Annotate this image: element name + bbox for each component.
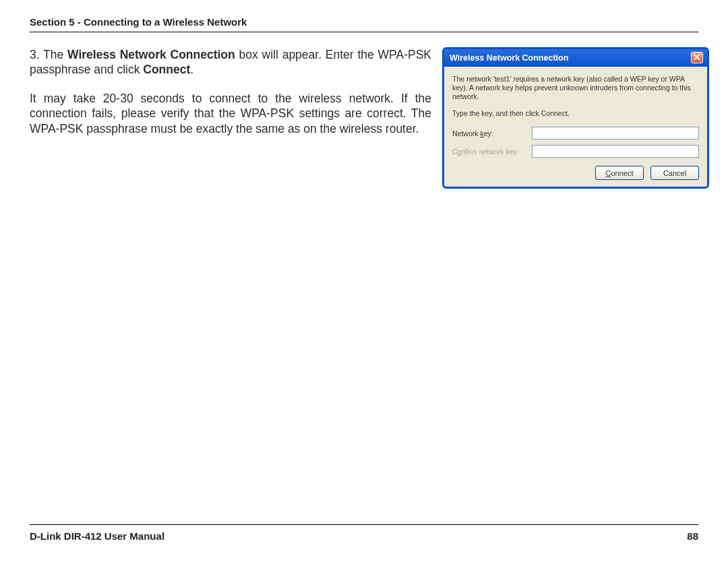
step-bold-2: Connect [143,63,190,76]
dialog-button-row: Connect Cancel [452,166,699,180]
step-text-3: . [190,63,193,76]
close-button[interactable] [691,52,703,63]
step-text-1: The [43,48,67,61]
dialog-titlebar[interactable]: Wireless Network Connection [444,49,707,67]
connection-note-paragraph: It may take 20-30 seconds to connect to … [30,91,431,136]
content-row: 3. The Wireless Network Connection box w… [30,47,698,189]
instruction-text-column: 3. The Wireless Network Connection box w… [30,47,431,189]
step-bold-1: Wireless Network Connection [67,48,235,61]
cancel-button[interactable]: Cancel [650,166,699,180]
network-key-label: Network key: [452,129,532,137]
wireless-connection-dialog: Wireless Network Connection The network … [442,47,709,189]
dialog-column: Wireless Network Connection The network … [442,47,709,189]
connect-button[interactable]: Connect [595,166,644,180]
section-header: Section 5 - Connecting to a Wireless Net… [30,16,698,32]
step-3-paragraph: 3. The Wireless Network Connection box w… [30,47,431,77]
network-key-row: Network key: [452,127,699,139]
section-label: Section 5 - Connecting to a Wireless Net… [30,16,247,28]
page-number: 88 [687,530,698,542]
dialog-description: The network 'test1' requires a network k… [452,75,699,101]
dialog-instruction: Type the key, and then click Connect. [452,109,699,117]
close-icon [694,53,700,63]
page-footer: D-Link DIR-412 User Manual 88 [30,524,698,542]
confirm-key-row: Confirm network key: [452,145,699,158]
manual-title: D-Link DIR-412 User Manual [30,530,164,542]
confirm-key-label: Confirm network key: [452,148,532,156]
dialog-body: The network 'test1' requires a network k… [444,67,707,187]
dialog-title: Wireless Network Connection [450,53,568,63]
confirm-key-input[interactable] [532,145,699,158]
network-key-input[interactable] [532,127,699,139]
step-number: 3. [30,48,40,61]
